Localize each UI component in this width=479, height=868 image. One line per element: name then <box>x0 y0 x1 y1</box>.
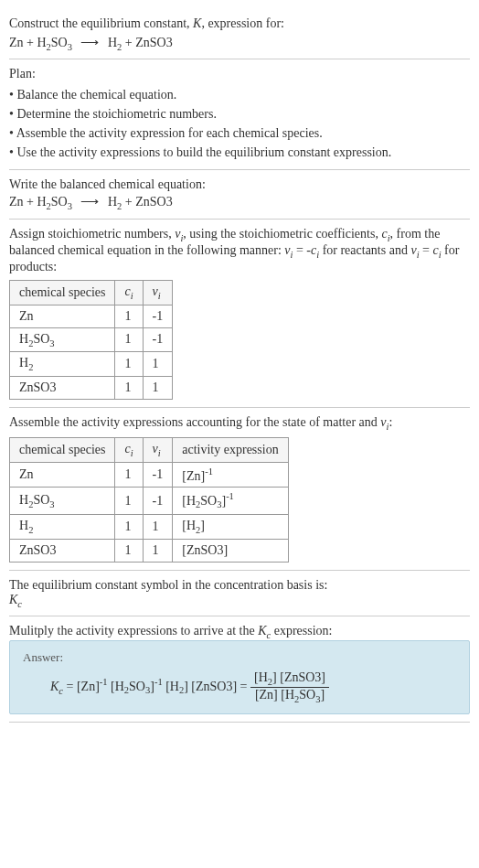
cell-species: H2SO3 <box>10 488 115 514</box>
fraction-denominator: [Zn] [H2SO3] <box>250 688 329 704</box>
cell-c: 1 <box>115 327 143 352</box>
plan-section: Plan: • Balance the chemical equation. •… <box>9 59 470 170</box>
cell-v: 1 <box>143 352 173 377</box>
symbol-line1: The equilibrium constant symbol in the c… <box>9 578 470 593</box>
activity-intro: Assemble the activity expressions accoun… <box>9 415 470 432</box>
symbol-section: The equilibrium constant symbol in the c… <box>9 571 470 617</box>
cell-species: H2SO3 <box>10 327 115 352</box>
fraction: [H2] [ZnSO3] [Zn] [H2SO3] <box>250 670 329 704</box>
cell-species: H2 <box>10 514 115 539</box>
cell-v: -1 <box>143 327 173 352</box>
plan-item: • Determine the stoichiometric numbers. <box>9 104 470 123</box>
plan-list: • Balance the chemical equation. • Deter… <box>9 85 470 162</box>
col-c: ci <box>115 280 143 305</box>
table-header-row: chemical species ci νi activity expressi… <box>10 437 289 462</box>
cell-expr: [Zn]-1 <box>173 462 288 488</box>
col-c: ci <box>115 437 143 462</box>
table-row: ZnSO3 1 1 [ZnSO3] <box>10 539 289 562</box>
balanced-section: Write the balanced chemical equation: Zn… <box>9 170 470 220</box>
stoich-intro: Assign stoichiometric numbers, νi, using… <box>9 227 470 274</box>
cell-c: 1 <box>115 377 143 400</box>
table-row: Zn 1 -1 [Zn]-1 <box>10 462 289 488</box>
cell-c: 1 <box>115 488 143 514</box>
balanced-equation: Zn + H2SO3 ⟶ H2 + ZnSO3 <box>9 194 470 211</box>
cell-species: H2 <box>10 352 115 377</box>
cell-c: 1 <box>115 352 143 377</box>
prompt-equation: Zn + H2SO3 ⟶ H2 + ZnSO3 <box>9 35 470 52</box>
prompt-text: Construct the equilibrium constant, K, e… <box>9 15 470 33</box>
multiply-section: Mulitply the activity expressions to arr… <box>9 616 470 722</box>
plan-title: Plan: <box>9 67 470 81</box>
cell-v: 1 <box>143 539 173 562</box>
activity-table: chemical species ci νi activity expressi… <box>9 437 289 563</box>
activity-section: Assemble the activity expressions accoun… <box>9 408 470 571</box>
cell-v: -1 <box>143 488 173 514</box>
cell-c: 1 <box>115 462 143 488</box>
table-row: H2 1 1 <box>10 352 173 377</box>
plan-item: • Balance the chemical equation. <box>9 85 470 104</box>
cell-v: 1 <box>143 514 173 539</box>
multiply-line: Mulitply the activity expressions to arr… <box>9 624 470 640</box>
table-row: H2SO3 1 -1 <box>10 327 173 352</box>
table-header-row: chemical species ci νi <box>10 280 173 305</box>
cell-species: ZnSO3 <box>10 377 115 400</box>
cell-expr: [H2SO3]-1 <box>173 488 288 514</box>
cell-expr: [ZnSO3] <box>173 539 288 562</box>
col-v: νi <box>143 280 173 305</box>
balanced-title: Write the balanced chemical equation: <box>9 177 470 192</box>
symbol-kc: Kc <box>9 593 470 609</box>
table-row: Zn 1 -1 <box>10 305 173 327</box>
cell-c: 1 <box>115 514 143 539</box>
stoich-section: Assign stoichiometric numbers, νi, using… <box>9 220 470 408</box>
cell-species: Zn <box>10 462 115 488</box>
prompt-section: Construct the equilibrium constant, K, e… <box>9 7 470 59</box>
cell-expr: [H2] <box>173 514 288 539</box>
cell-c: 1 <box>115 305 143 327</box>
cell-species: ZnSO3 <box>10 539 115 562</box>
col-species: chemical species <box>10 280 115 305</box>
table-row: ZnSO3 1 1 <box>10 377 173 400</box>
col-v: νi <box>143 437 173 462</box>
cell-v: -1 <box>143 462 173 488</box>
cell-v: -1 <box>143 305 173 327</box>
cell-v: 1 <box>143 377 173 400</box>
cell-species: Zn <box>10 305 115 327</box>
table-row: H2SO3 1 -1 [H2SO3]-1 <box>10 488 289 514</box>
plan-item: • Use the activity expressions to build … <box>9 143 470 162</box>
answer-expression: Kc = [Zn]-1 [H2SO3]-1 [H2] [ZnSO3] = [H2… <box>23 670 456 704</box>
answer-box: Answer: Kc = [Zn]-1 [H2SO3]-1 [H2] [ZnSO… <box>9 640 470 714</box>
answer-label: Answer: <box>23 650 456 665</box>
col-expr: activity expression <box>173 437 288 462</box>
cell-c: 1 <box>115 539 143 562</box>
prompt-line1: Construct the equilibrium constant, K, e… <box>9 16 284 30</box>
table-row: H2 1 1 [H2] <box>10 514 289 539</box>
col-species: chemical species <box>10 437 115 462</box>
fraction-numerator: [H2] [ZnSO3] <box>250 670 329 688</box>
plan-item: • Assemble the activity expression for e… <box>9 123 470 143</box>
stoich-table: chemical species ci νi Zn 1 -1 H2SO3 1 -… <box>9 280 173 400</box>
